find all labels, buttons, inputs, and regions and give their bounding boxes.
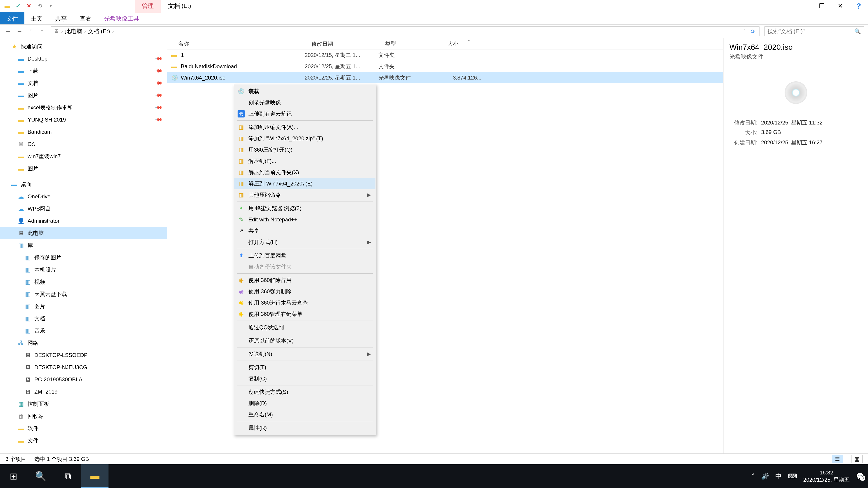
ribbon-view[interactable]: 查看: [73, 12, 98, 24]
tree-gdrive[interactable]: ⛃G:\: [0, 138, 167, 150]
ctx-360-scan[interactable]: ◉使用 360进行木马云查杀: [235, 297, 375, 308]
qat-undo-icon[interactable]: ⟲: [35, 1, 44, 10]
ctx-360-unlock[interactable]: ◉使用 360解除占用: [235, 274, 375, 286]
tree-control-panel[interactable]: ▦控制面板: [0, 398, 167, 410]
ctx-shortcut[interactable]: 创建快捷方式(S): [235, 386, 375, 398]
notification-icon[interactable]: 💬3: [856, 473, 864, 480]
ctx-360-menu[interactable]: ◉使用 360管理右键菜单: [235, 308, 375, 320]
ctx-baidu-upload[interactable]: ⬆上传到百度网盘: [235, 250, 375, 261]
nav-back-icon[interactable]: ←: [4, 28, 12, 35]
tree-admin[interactable]: 👤Administrator: [0, 215, 167, 227]
crumb-drive[interactable]: 文档 (E:): [88, 28, 110, 35]
volume-icon[interactable]: 🔊: [761, 473, 769, 480]
explorer-taskbar-button[interactable]: ▬: [81, 464, 108, 488]
ctx-add-zip[interactable]: ▥添加到 "Win7x64_2020.zip" (T): [235, 133, 375, 144]
chevron-right-icon[interactable]: ›: [61, 29, 63, 34]
col-name[interactable]: 名称: [178, 40, 311, 47]
nav-history-icon[interactable]: ˅: [27, 29, 35, 34]
tree-library[interactable]: ▥库: [0, 239, 167, 252]
refresh-icon[interactable]: ⟳: [751, 28, 755, 35]
file-row[interactable]: ▬ BaiduNetdiskDownload 2020/12/25, 星期五 1…: [167, 61, 723, 72]
chevron-right-icon[interactable]: ›: [112, 29, 114, 34]
ctx-restore[interactable]: 还原以前的版本(V): [235, 335, 375, 346]
qat-delete-icon[interactable]: ✕: [24, 1, 33, 10]
ctx-extract-to[interactable]: ▥解压到(F)...: [235, 156, 375, 167]
tree-docs-lib[interactable]: ▥文档: [0, 313, 167, 325]
search-icon[interactable]: 🔍: [854, 28, 861, 35]
tree-net3[interactable]: 🖥PC-20190530OBLA: [0, 373, 167, 386]
ctx-open-with[interactable]: 打开方式(H)▶: [235, 236, 375, 248]
ctx-youdao[interactable]: 云上传到有道云笔记: [235, 108, 375, 120]
tree-pics-lib[interactable]: ▥图片: [0, 300, 167, 313]
help-button[interactable]: ?: [849, 0, 868, 12]
qat-dropdown-icon[interactable]: ▾: [46, 1, 55, 10]
tree-onedrive[interactable]: ☁OneDrive: [0, 191, 167, 203]
chevron-right-icon[interactable]: ›: [84, 29, 86, 34]
tree-files[interactable]: ▬文件: [0, 434, 167, 447]
ctx-properties[interactable]: 属性(R): [235, 422, 375, 433]
tree-network[interactable]: 🖧网络: [0, 337, 167, 349]
tree-downloads[interactable]: ▬下载📌: [0, 65, 167, 77]
tree-net2[interactable]: 🖥DESKTOP-NJEU3CG: [0, 361, 167, 373]
ribbon-disc-tool[interactable]: 光盘映像工具: [98, 12, 146, 24]
minimize-button[interactable]: ─: [794, 0, 812, 12]
ctx-mount[interactable]: 💿装载: [235, 86, 375, 97]
task-view-button[interactable]: ⧉: [54, 464, 81, 488]
tree-software[interactable]: ▬软件: [0, 422, 167, 434]
nav-up-icon[interactable]: ↑: [38, 28, 46, 35]
tree-bandicam[interactable]: ▬Bandicam: [0, 126, 167, 138]
close-button[interactable]: ✕: [831, 0, 849, 12]
ctx-other-compress[interactable]: ▥其他压缩命令▶: [235, 189, 375, 201]
view-icons-button[interactable]: ▦: [851, 455, 863, 463]
ctx-delete[interactable]: 删除(D): [235, 398, 375, 409]
tree-pictures[interactable]: ▬图片📌: [0, 89, 167, 101]
search-button[interactable]: 🔍: [27, 464, 54, 488]
clock[interactable]: 16:32 2020/12/25, 星期五: [803, 469, 850, 483]
col-date[interactable]: 修改日期: [311, 40, 385, 47]
nav-forward-icon[interactable]: →: [16, 28, 24, 35]
ctx-open-360[interactable]: ▥用360压缩打开(Q): [235, 144, 375, 156]
ime-indicator[interactable]: 中: [775, 472, 782, 481]
ctx-qq-send[interactable]: 通过QQ发送到: [235, 322, 375, 333]
tree-excel[interactable]: ▬excel表格制作求和📌: [0, 101, 167, 113]
tree-tianyi[interactable]: ▥天翼云盘下载: [0, 288, 167, 300]
ctx-add-archive[interactable]: ▥添加到压缩文件(A)...: [235, 122, 375, 133]
ribbon-file[interactable]: 文件: [0, 12, 24, 24]
ctx-notepadpp[interactable]: ✎Edit with Notepad++: [235, 214, 375, 225]
breadcrumb[interactable]: 🖥 › 此电脑 › 文档 (E:) › ˅ ⟳: [51, 26, 760, 36]
ctx-extract-here[interactable]: ▥解压到当前文件夹(X): [235, 167, 375, 178]
view-details-button[interactable]: ☰: [832, 455, 843, 463]
tree-videos[interactable]: ▥视频: [0, 276, 167, 288]
tree-wps[interactable]: ☁WPS网盘: [0, 203, 167, 215]
tree-local-photos[interactable]: ▥本机照片: [0, 264, 167, 276]
ctx-extract-named[interactable]: ▥解压到 Win7x64_2020\ (E): [235, 178, 375, 189]
search-input[interactable]: [767, 28, 854, 35]
ctx-360-delete[interactable]: ◉使用 360强力删除: [235, 286, 375, 297]
file-row-selected[interactable]: 💿 Win7x64_2020.iso 2020/12/25, 星期五 1... …: [167, 72, 723, 84]
ribbon-home[interactable]: 主页: [24, 12, 49, 24]
col-size[interactable]: 大小: [447, 40, 493, 47]
tree-music-lib[interactable]: ▥音乐: [0, 325, 167, 337]
tree-quick-access[interactable]: ★快速访问: [0, 40, 167, 53]
ctx-cut[interactable]: 剪切(T): [235, 362, 375, 373]
tree-desktop2[interactable]: ▬桌面: [0, 178, 167, 191]
ctx-copy[interactable]: 复制(C): [235, 373, 375, 384]
ctx-rename[interactable]: 重命名(M): [235, 409, 375, 420]
tree-thispc[interactable]: 🖥此电脑: [0, 227, 167, 239]
tab-manage[interactable]: 管理: [135, 0, 161, 13]
start-button[interactable]: ⊞: [0, 464, 27, 488]
ctx-burn[interactable]: 刻录光盘映像: [235, 97, 375, 108]
tree-recycle[interactable]: 🗑回收站: [0, 410, 167, 422]
tree-net1[interactable]: 🖥DESKTOP-LSSOEDP: [0, 349, 167, 361]
address-dropdown-icon[interactable]: ˅: [743, 28, 746, 35]
ctx-send-to[interactable]: 发送到(N)▶: [235, 348, 375, 360]
tree-win7fix[interactable]: ▬win7重装win7: [0, 150, 167, 162]
keyboard-icon[interactable]: ⌨: [788, 473, 797, 480]
tray-expand-icon[interactable]: ˄: [752, 473, 755, 480]
file-row[interactable]: ▬ 1 2020/12/15, 星期二 1... 文件夹: [167, 50, 723, 61]
col-type[interactable]: 类型: [385, 40, 447, 47]
ctx-honey[interactable]: ✦用 蜂蜜浏览器 浏览(3): [235, 203, 375, 214]
crumb-thispc[interactable]: 此电脑: [65, 28, 82, 35]
search-box[interactable]: 🔍: [765, 26, 864, 36]
tree-net4[interactable]: 🖥ZMT2019: [0, 386, 167, 398]
